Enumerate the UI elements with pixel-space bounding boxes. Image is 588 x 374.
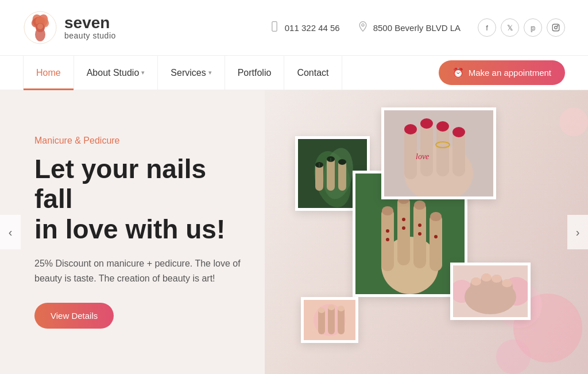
svg-rect-46	[420, 122, 433, 176]
social-icons: f 𝕏 𝕡	[478, 18, 565, 37]
nav-label-contact: Contact	[297, 68, 328, 78]
nail-image-4	[450, 263, 531, 320]
svg-point-22	[338, 159, 346, 165]
flower-decoration-3	[496, 340, 531, 374]
svg-rect-8	[272, 21, 277, 31]
nav-item-home[interactable]: Home	[23, 56, 74, 90]
nav-label-about: About Studio	[87, 68, 140, 78]
hero-section: ‹ Manicure & Pedicure Let your nails fal…	[0, 90, 588, 374]
address-text: 8500 Beverly BLVD LA	[373, 23, 461, 33]
address-contact: 8500 Beverly BLVD LA	[357, 21, 461, 35]
svg-point-32	[382, 206, 393, 215]
hero-title: Let your nails fall in love with us!	[34, 154, 241, 245]
slider-next-button[interactable]: ›	[567, 215, 588, 249]
svg-point-12	[555, 26, 558, 29]
nail-image-5	[301, 297, 358, 343]
nav-label-home: Home	[36, 68, 61, 78]
nav-item-about[interactable]: About Studio ▾	[74, 56, 158, 90]
nail-image-3: love	[381, 107, 496, 199]
logo-icon	[23, 10, 57, 45]
svg-point-63	[471, 277, 481, 286]
nav-label-services: Services	[171, 68, 206, 78]
svg-point-40	[418, 223, 421, 227]
phone-icon	[269, 21, 280, 35]
svg-point-34	[414, 201, 425, 210]
appointment-icon: ⏰	[452, 67, 464, 78]
hero-image-collage: love	[266, 102, 565, 343]
hero-description: 25% Discount on manicure + pedicure. The…	[34, 256, 241, 286]
svg-point-10	[362, 24, 364, 26]
nav-label-portfolio: Portfolio	[238, 68, 272, 78]
svg-rect-31	[430, 214, 442, 271]
svg-point-38	[402, 218, 405, 221]
hero-title-line2: in love with us!	[34, 214, 225, 244]
phone-contact: 011 322 44 56	[269, 21, 340, 35]
brand-name-line2: beauty studio	[64, 31, 116, 40]
svg-point-50	[420, 118, 433, 129]
svg-point-65	[492, 275, 502, 283]
instagram-icon[interactable]	[547, 18, 565, 37]
svg-point-37	[386, 238, 389, 241]
hero-title-line1: Let your nails fall	[34, 154, 206, 214]
svg-point-72	[318, 307, 325, 313]
svg-point-73	[328, 304, 335, 310]
appointment-button[interactable]: ⏰ Make an appointment	[439, 60, 565, 85]
svg-point-74	[338, 306, 345, 311]
slider-prev-button[interactable]: ‹	[0, 215, 21, 249]
view-details-button[interactable]: View Details	[34, 303, 114, 329]
svg-point-41	[418, 232, 421, 236]
svg-rect-45	[404, 128, 417, 179]
header-contact: 011 322 44 56 8500 Beverly BLVD LA f 𝕏 𝕡	[269, 18, 565, 37]
main-nav: Home About Studio ▾ Services ▾ Portfolio…	[0, 56, 588, 90]
svg-rect-47	[436, 125, 449, 176]
logo[interactable]: seven beauty studio	[23, 10, 116, 45]
nav-item-portfolio[interactable]: Portfolio	[225, 56, 285, 90]
svg-point-39	[402, 226, 405, 230]
arrow-right-icon: ›	[576, 226, 580, 239]
svg-point-49	[404, 124, 417, 134]
svg-point-51	[436, 121, 449, 132]
location-icon	[357, 21, 369, 35]
chevron-down-icon: ▾	[141, 69, 145, 76]
hero-category: Manicure & Pedicure	[34, 136, 241, 146]
svg-point-52	[452, 127, 465, 137]
twitter-icon[interactable]: 𝕏	[501, 18, 519, 37]
nav-item-contact[interactable]: Contact	[284, 56, 342, 90]
svg-text:love: love	[416, 152, 429, 161]
hero-content: Manicure & Pedicure Let your nails fall …	[0, 113, 264, 352]
svg-point-66	[502, 279, 512, 287]
svg-point-7	[37, 24, 43, 29]
brand-name-line1: seven	[64, 15, 116, 31]
arrow-left-icon: ‹	[9, 226, 13, 239]
appointment-label: Make an appointment	[469, 68, 551, 78]
logo-text: seven beauty studio	[64, 15, 116, 40]
nav-item-services[interactable]: Services ▾	[158, 56, 225, 90]
header: seven beauty studio 011 322 44 56 8500 B…	[0, 0, 588, 56]
svg-point-35	[430, 212, 442, 221]
chevron-down-icon-2: ▾	[208, 69, 212, 76]
facebook-icon[interactable]: f	[478, 18, 496, 37]
svg-point-36	[386, 229, 389, 233]
pinterest-icon[interactable]: 𝕡	[524, 18, 542, 37]
svg-rect-11	[552, 24, 559, 31]
svg-point-42	[434, 235, 438, 238]
svg-rect-29	[397, 196, 410, 265]
phone-number: 011 322 44 56	[285, 23, 340, 33]
svg-point-13	[558, 25, 558, 26]
svg-point-64	[481, 273, 492, 282]
